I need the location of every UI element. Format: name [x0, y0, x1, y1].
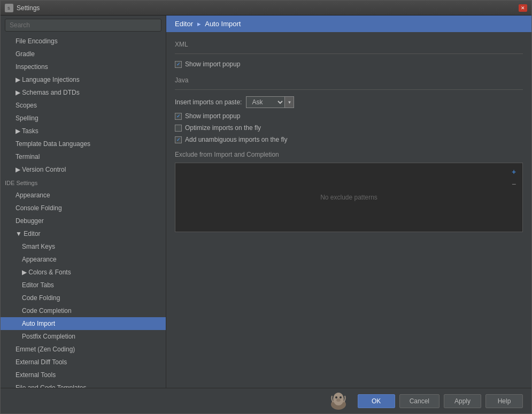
sidebar-item-version-control[interactable]: ▶ Version Control — [1, 163, 166, 176]
java-section-label: Java — [175, 76, 523, 84]
xml-divider — [175, 53, 523, 54]
breadcrumb-arrow: ▸ — [197, 20, 203, 28]
mascot-icon — [326, 388, 351, 414]
ok-button[interactable]: OK — [358, 394, 395, 408]
xml-section-label: XML — [175, 41, 523, 48]
svg-point-4 — [335, 396, 337, 398]
sidebar-item-external-tools[interactable]: External Tools — [1, 369, 166, 381]
sidebar-item-editor[interactable]: ▼ Editor — [1, 227, 166, 240]
svg-point-6 — [336, 398, 341, 402]
sidebar-item-postfix-completion[interactable]: Postfix Completion — [1, 330, 166, 343]
panel-body: XML Show import popup Java Insert import… — [166, 32, 531, 388]
apply-button[interactable]: Apply — [444, 394, 481, 408]
breadcrumb-root: Editor — [175, 20, 193, 28]
insert-imports-dropdown[interactable]: Ask Always Never ▼ — [246, 96, 294, 108]
sidebar-item-gradle[interactable]: Gradle — [1, 48, 166, 60]
panel-header: Editor ▸ Auto Import — [166, 16, 531, 32]
exclude-section-label: Exclude from Import and Completion — [175, 151, 523, 158]
sidebar-item-template-data-languages[interactable]: Template Data Languages — [1, 137, 166, 150]
cancel-button[interactable]: Cancel — [399, 394, 440, 408]
remove-exclude-button[interactable]: − — [508, 179, 519, 189]
bottom-bar: OK Cancel Apply Help — [1, 388, 531, 413]
app-icon: S — [5, 4, 13, 12]
insert-imports-paste-label: Insert imports on paste: — [175, 98, 242, 106]
insert-imports-select[interactable]: Ask Always Never — [246, 96, 284, 108]
sidebar-item-code-completion[interactable]: Code Completion — [1, 304, 166, 317]
xml-show-import-checkbox-wrapper[interactable]: Show import popup — [175, 60, 240, 68]
sidebar-item-code-folding[interactable]: Code Folding — [1, 292, 166, 304]
search-input[interactable] — [5, 19, 161, 32]
sidebar-tree: File EncodingsGradleInspections▶ Languag… — [1, 35, 166, 388]
optimize-imports-label: Optimize imports on the fly — [185, 124, 261, 132]
settings-window: S Settings ✕ File EncodingsGradleInspect… — [0, 0, 532, 414]
sidebar-item-colors-fonts[interactable]: ▶ Colors & Fonts — [1, 266, 166, 279]
sidebar-item-emmet[interactable]: Emmet (Zen Coding) — [1, 343, 166, 356]
sidebar-item-debugger[interactable]: Debugger — [1, 214, 166, 227]
sidebar-item-external-diff-tools[interactable]: External Diff Tools — [1, 356, 166, 369]
help-button[interactable]: Help — [485, 394, 523, 408]
sidebar-item-auto-import[interactable]: Auto Import — [1, 317, 166, 330]
svg-point-5 — [340, 396, 342, 398]
title-bar: S Settings ✕ — [1, 1, 531, 16]
right-panel: Editor ▸ Auto Import XML Show import pop… — [166, 16, 531, 388]
insert-imports-paste-row: Insert imports on paste: Ask Always Neve… — [175, 96, 523, 108]
xml-show-import-label: Show import popup — [185, 60, 240, 68]
sidebar-item-file-encodings[interactable]: File Encodings — [1, 35, 166, 48]
sidebar-item-appearance-sub[interactable]: Appearance — [1, 253, 166, 266]
sidebar-item-inspections[interactable]: Inspections — [1, 60, 166, 73]
sidebar-item-schemas-dtds[interactable]: ▶ Schemas and DTDs — [1, 86, 166, 99]
java-divider — [175, 89, 523, 90]
add-unambiguous-checkbox[interactable] — [175, 136, 182, 143]
sidebar-item-language-injections[interactable]: ▶ Language Injections — [1, 73, 166, 86]
java-show-import-row: Show import popup — [175, 112, 523, 120]
exclude-box: No exclude patterns + − — [175, 163, 523, 232]
breadcrumb-current: Auto Import — [205, 20, 241, 28]
sidebar: File EncodingsGradleInspections▶ Languag… — [1, 16, 166, 388]
xml-show-import-checkbox[interactable] — [175, 61, 182, 68]
sidebar-item-file-code-templates[interactable]: File and Code Templates — [1, 381, 166, 388]
optimize-imports-checkbox-wrapper[interactable]: Optimize imports on the fly — [175, 124, 261, 132]
add-unambiguous-checkbox-wrapper[interactable]: Add unambiguous imports on the fly — [175, 136, 287, 143]
optimize-imports-row: Optimize imports on the fly — [175, 124, 523, 132]
sidebar-item-tasks[interactable]: ▶ Tasks — [1, 125, 166, 137]
add-unambiguous-row: Add unambiguous imports on the fly — [175, 136, 523, 143]
svg-text:S: S — [7, 6, 10, 10]
java-show-import-checkbox-wrapper[interactable]: Show import popup — [175, 112, 240, 120]
window-title: Settings — [17, 4, 519, 12]
xml-show-import-row: Show import popup — [175, 60, 523, 68]
exclude-placeholder: No exclude patterns — [320, 194, 377, 201]
dropdown-arrow-icon[interactable]: ▼ — [284, 96, 294, 108]
sidebar-item-spelling[interactable]: Spelling — [1, 112, 166, 125]
sidebar-item-terminal[interactable]: Terminal — [1, 150, 166, 163]
exclude-buttons: + − — [508, 166, 519, 189]
optimize-imports-checkbox[interactable] — [175, 125, 182, 132]
add-unambiguous-label: Add unambiguous imports on the fly — [185, 136, 287, 143]
sidebar-item-appearance[interactable]: Appearance — [1, 189, 166, 202]
main-content: File EncodingsGradleInspections▶ Languag… — [1, 16, 531, 388]
sidebar-item-smart-keys[interactable]: Smart Keys — [1, 240, 166, 253]
sidebar-item-scopes[interactable]: Scopes — [1, 99, 166, 112]
add-exclude-button[interactable]: + — [508, 166, 519, 177]
window-controls: ✕ — [519, 4, 527, 12]
sidebar-item-console-folding[interactable]: Console Folding — [1, 202, 166, 214]
sidebar-item-ide-settings: IDE Settings — [1, 176, 166, 189]
sidebar-item-editor-tabs[interactable]: Editor Tabs — [1, 279, 166, 292]
java-show-import-checkbox[interactable] — [175, 113, 182, 120]
close-button[interactable]: ✕ — [519, 4, 527, 12]
java-show-import-label: Show import popup — [185, 112, 240, 120]
